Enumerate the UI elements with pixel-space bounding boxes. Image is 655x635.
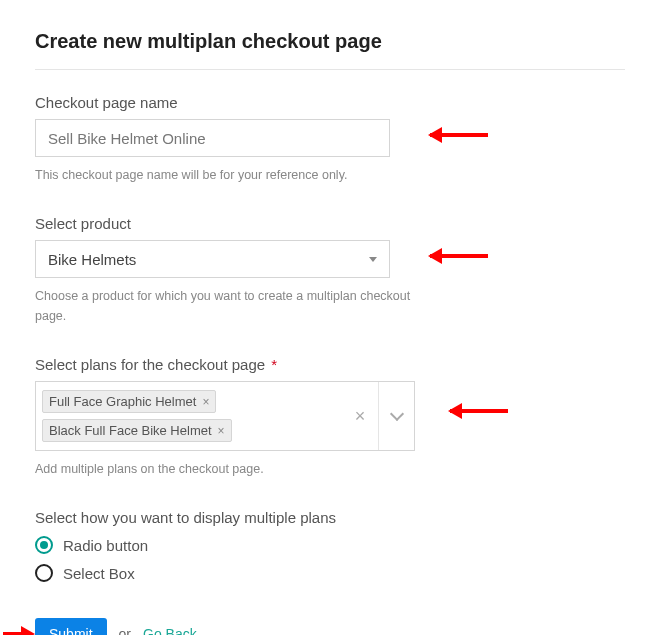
- display-label: Select how you want to display multiple …: [35, 509, 625, 526]
- field-display-style: Select how you want to display multiple …: [35, 509, 625, 582]
- radio-label-text: Select Box: [63, 565, 135, 582]
- chevron-down-icon: [389, 407, 403, 421]
- plan-tag-label: Black Full Face Bike Helmet: [49, 423, 212, 438]
- plans-label-text: Select plans for the checkout page: [35, 356, 265, 373]
- product-helper: Choose a product for which you want to c…: [35, 286, 435, 326]
- divider: [35, 69, 625, 70]
- go-back-link[interactable]: Go Back: [143, 626, 197, 635]
- plans-multiselect[interactable]: Full Face Graphic Helmet × Black Full Fa…: [35, 381, 415, 451]
- plans-label: Select plans for the checkout page *: [35, 356, 625, 373]
- radio-label-text: Radio button: [63, 537, 148, 554]
- radio-icon: [35, 564, 53, 582]
- required-asterisk: *: [271, 356, 277, 373]
- radio-dot-icon: [40, 541, 48, 549]
- submit-button[interactable]: Submit: [35, 618, 107, 635]
- clear-all-icon[interactable]: ×: [342, 382, 378, 450]
- product-select[interactable]: Bike Helmets: [35, 240, 390, 278]
- callout-arrow-icon: [3, 627, 33, 635]
- product-selected-value: Bike Helmets: [48, 251, 136, 268]
- plan-tag-label: Full Face Graphic Helmet: [49, 394, 196, 409]
- remove-tag-icon[interactable]: ×: [202, 396, 209, 408]
- checkout-name-helper: This checkout page name will be for your…: [35, 165, 435, 185]
- page-title: Create new multiplan checkout page: [35, 30, 625, 53]
- form-actions: Submit or Go Back: [35, 618, 625, 635]
- plan-tag: Black Full Face Bike Helmet ×: [42, 419, 232, 442]
- plan-tag: Full Face Graphic Helmet ×: [42, 390, 216, 413]
- plans-tags-container: Full Face Graphic Helmet × Black Full Fa…: [36, 382, 342, 450]
- expand-toggle[interactable]: [378, 382, 414, 450]
- plans-helper: Add multiple plans on the checkout page.: [35, 459, 435, 479]
- callout-arrow-icon: [450, 404, 520, 418]
- product-label: Select product: [35, 215, 625, 232]
- callout-arrow-icon: [430, 128, 500, 142]
- remove-tag-icon[interactable]: ×: [218, 425, 225, 437]
- checkout-name-input[interactable]: [35, 119, 390, 157]
- field-checkout-name: Checkout page name This checkout page na…: [35, 94, 625, 185]
- radio-icon: [35, 536, 53, 554]
- caret-down-icon: [369, 257, 377, 262]
- field-select-plans: Select plans for the checkout page * Ful…: [35, 356, 625, 479]
- radio-option-select-box[interactable]: Select Box: [35, 564, 625, 582]
- or-separator: or: [119, 626, 131, 635]
- checkout-name-label: Checkout page name: [35, 94, 625, 111]
- callout-arrow-icon: [430, 249, 500, 263]
- field-select-product: Select product Bike Helmets Choose a pro…: [35, 215, 625, 326]
- radio-option-radio-button[interactable]: Radio button: [35, 536, 625, 554]
